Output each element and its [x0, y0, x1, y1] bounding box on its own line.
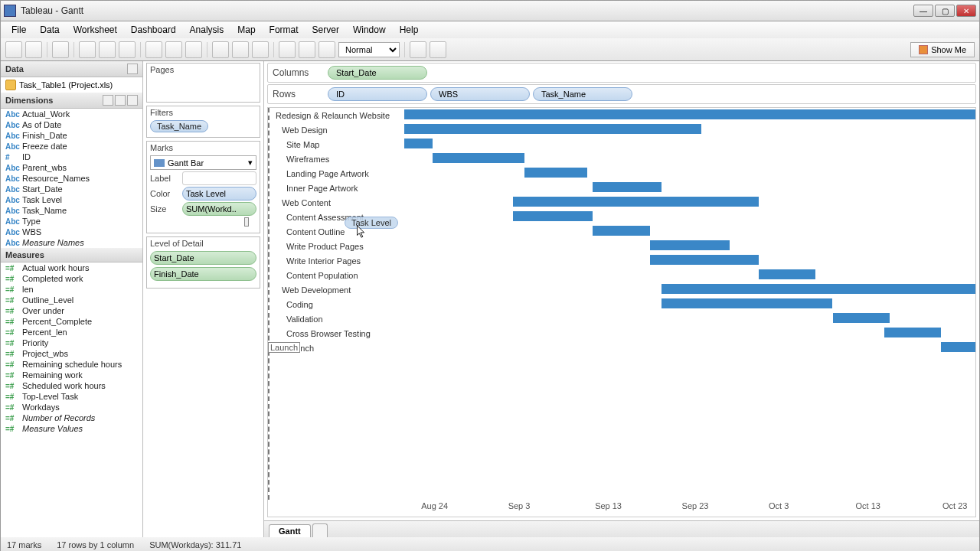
dimension-field[interactable]: AbcTask Level [1, 194, 142, 205]
size-shelf[interactable]: SUM(Workd.. [182, 202, 256, 216]
menu-format[interactable]: Format [263, 23, 305, 37]
gantt-bar[interactable] [513, 211, 593, 221]
gantt-row[interactable]: Web Design [268, 122, 975, 137]
menu-worksheet[interactable]: Worksheet [67, 23, 123, 37]
dimension-field[interactable]: AbcType [1, 216, 142, 227]
measure-field[interactable]: =#Remaining schedule hours [1, 359, 142, 370]
clear-button[interactable] [185, 41, 202, 58]
dimension-field[interactable]: AbcFinish_Date [1, 130, 142, 141]
size-slider[interactable] [244, 217, 249, 227]
card-button[interactable] [318, 41, 335, 58]
datasource[interactable]: Task_Table1 (Project.xls) [1, 77, 142, 93]
gantt-bar[interactable] [593, 182, 662, 192]
new-sheet-tab[interactable] [312, 523, 328, 537]
gantt-bar[interactable] [593, 226, 650, 236]
measure-field[interactable]: =#Number of Records [1, 412, 142, 423]
gantt-row[interactable]: Content Population [268, 268, 975, 282]
menu-window[interactable]: Window [347, 23, 392, 37]
measure-field[interactable]: =#Percent_len [1, 327, 142, 337]
row-pill[interactable]: Task_Name [533, 87, 632, 101]
measure-field[interactable]: =#Workdays [1, 402, 142, 412]
gantt-bar[interactable] [513, 197, 759, 207]
label-button[interactable] [279, 41, 296, 58]
menu-file[interactable]: File [5, 23, 32, 37]
highlight-button[interactable] [430, 41, 446, 58]
measure-field[interactable]: =#Scheduled work hours [1, 380, 142, 391]
sheet-tab-gantt[interactable]: Gantt [269, 524, 311, 537]
measure-field[interactable]: =#Outline_Level [1, 295, 142, 305]
duplicate-button[interactable] [165, 41, 182, 58]
measure-field[interactable]: =#Percent_Complete [1, 316, 142, 327]
dimension-field[interactable]: AbcActual_Work [1, 109, 142, 119]
gantt-row[interactable]: Validation [268, 311, 975, 326]
gantt-bar[interactable] [662, 284, 975, 294]
row-pill[interactable]: WBS [430, 87, 530, 101]
measure-field[interactable]: =#Completed work [1, 273, 142, 284]
column-pill[interactable]: Start_Date [328, 66, 427, 80]
gantt-bar[interactable] [662, 298, 833, 308]
columns-shelf[interactable]: Columns Start_Date [267, 63, 976, 83]
menu-dashboard[interactable]: Dashboard [125, 23, 182, 37]
marks-type-select[interactable]: Gantt Bar ▾ [150, 155, 256, 170]
gantt-row[interactable]: Write Interior Pages [268, 253, 975, 268]
sort-desc-button[interactable] [252, 41, 269, 58]
gantt-row[interactable]: Inner Page Artwork [268, 181, 975, 195]
gantt-row[interactable]: Cross Browser Testing [268, 326, 975, 341]
close-button[interactable]: ✕ [956, 5, 976, 17]
menu-data[interactable]: Data [34, 23, 65, 37]
gantt-bar[interactable] [404, 109, 975, 119]
lod-pill[interactable]: Start_Date [150, 251, 256, 265]
menu-server[interactable]: Server [306, 23, 345, 37]
gantt-row[interactable]: Web Development [268, 282, 975, 297]
measure-field[interactable]: =#Priority [1, 337, 142, 348]
measure-field[interactable]: =#Project_wbs [1, 348, 142, 359]
new-sheet-button[interactable] [145, 41, 162, 58]
connect-button[interactable] [79, 41, 96, 58]
gantt-row[interactable]: Landing Page Artwork [268, 166, 975, 181]
data-menu-icon[interactable] [127, 64, 138, 74]
dimension-field[interactable]: AbcParent_wbs [1, 162, 142, 173]
measure-field[interactable]: =#Over under [1, 305, 142, 316]
sort-asc-button[interactable] [232, 41, 249, 58]
find-icon[interactable] [115, 95, 126, 106]
gantt-bar[interactable] [404, 139, 433, 148]
color-shelf[interactable]: Task Level [182, 187, 256, 201]
measure-field[interactable]: =#Remaining work [1, 370, 142, 380]
swap-button[interactable] [212, 41, 229, 58]
maximize-button[interactable]: ▢ [935, 5, 955, 17]
gantt-bar[interactable] [433, 153, 524, 163]
fix-axes-button[interactable] [410, 41, 426, 58]
gantt-row[interactable]: Site Map [268, 137, 975, 152]
view-icon[interactable] [103, 95, 113, 106]
gantt-bar[interactable] [404, 124, 701, 134]
gantt-row[interactable]: Redesign & Relaunch Website [268, 108, 975, 122]
dimension-field[interactable]: AbcResource_Names [1, 173, 142, 184]
gantt-row[interactable]: Web Content [268, 195, 975, 210]
rows-shelf[interactable]: Rows IDWBSTask_Name [267, 84, 976, 104]
label-shelf[interactable] [182, 171, 256, 185]
save-button[interactable] [52, 41, 69, 58]
gantt-bar[interactable] [650, 240, 730, 250]
measure-field[interactable]: =#Measure Values [1, 423, 142, 434]
dimension-field[interactable]: AbcAs of Date [1, 119, 142, 130]
back-button[interactable] [5, 41, 22, 58]
run-button[interactable] [119, 41, 136, 58]
row-pill[interactable]: ID [328, 87, 427, 101]
show-me-button[interactable]: Show Me [910, 42, 975, 57]
forward-button[interactable] [25, 41, 42, 58]
fit-select[interactable]: Normal [338, 42, 400, 57]
gantt-chart[interactable]: Redesign & Relaunch WebsiteWeb DesignSit… [267, 107, 976, 517]
gantt-bar[interactable] [650, 255, 759, 265]
dimension-field[interactable]: AbcStart_Date [1, 184, 142, 194]
dimension-field[interactable]: AbcWBS [1, 227, 142, 237]
menu-analysis[interactable]: Analysis [184, 23, 230, 37]
menu-map[interactable]: Map [231, 23, 261, 37]
gantt-bar[interactable] [941, 342, 975, 352]
measure-field[interactable]: =#Actual work hours [1, 262, 142, 273]
menu-help[interactable]: Help [394, 23, 425, 37]
gantt-row[interactable]: Wireframes [268, 152, 975, 166]
gantt-row[interactable]: Launch [268, 341, 975, 355]
filter-pill[interactable]: Task_Name [150, 120, 208, 132]
gantt-row[interactable]: Coding [268, 297, 975, 311]
lod-pill[interactable]: Finish_Date [150, 267, 256, 281]
